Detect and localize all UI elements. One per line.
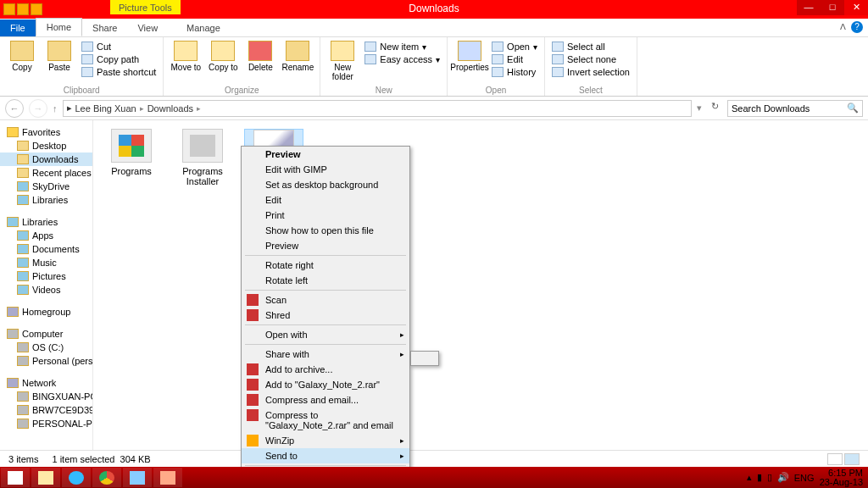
menu-edit[interactable]: Edit [242,192,409,208]
sidebar-item-pictures[interactable]: Pictures [0,269,92,283]
taskbar-app[interactable] [123,468,152,487]
dropdown-icon[interactable]: ▾ [697,103,702,114]
menu-print[interactable]: Print [242,208,409,223]
taskbar-start[interactable] [1,468,30,487]
maximize-button[interactable]: □ [821,0,844,15]
menu-add-archive[interactable]: Add to archive... [242,362,409,377]
rename-button[interactable]: Rename [281,39,314,72]
forward-button[interactable]: → [29,99,47,118]
back-button[interactable]: ← [5,99,24,118]
copy-path-button[interactable]: Copy path [80,53,158,65]
tab-home[interactable]: Home [36,18,82,36]
sidebar-item-net2[interactable]: BRW7CE9D39076E7 [0,403,92,417]
refresh-button[interactable]: ↻ [707,101,722,116]
sidebar-item-documents[interactable]: Documents [0,242,92,256]
menu-gimp[interactable]: Edit with GIMP [242,162,409,177]
menu-share-with[interactable]: Share with▸ [242,347,409,362]
properties-button[interactable]: Properties [453,39,487,72]
search-input[interactable]: Search Downloads🔍 [727,100,863,117]
lang-indicator[interactable]: ENG [794,473,815,483]
network-header[interactable]: Network [0,376,92,390]
history-button[interactable]: History [490,66,539,78]
paste-shortcut-button[interactable]: Paste shortcut [80,66,158,78]
computer-header[interactable]: Computer [0,327,92,341]
menu-winzip[interactable]: WinZip▸ [242,433,409,448]
file-item-installer[interactable]: Programs Installer [173,129,232,186]
new-item-button[interactable]: New item ▾ [363,41,442,53]
new-folder-button[interactable]: New folder [326,39,359,81]
up-button[interactable]: ↑ [53,103,58,114]
easy-access-button[interactable]: Easy access ▾ [363,53,442,65]
battery-icon[interactable]: ▮ [757,472,762,483]
sidebar-item-downloads[interactable]: Downloads [0,152,92,166]
collapse-ribbon-icon[interactable]: ᐱ [840,22,846,31]
file-view[interactable]: Programs Programs Installer Ga [93,120,868,450]
sidebar-item-libraries[interactable]: Libraries [0,193,92,207]
copy-button[interactable]: Copy [5,39,39,72]
tab-manage[interactable]: Manage [176,19,231,36]
menu-rotate-left[interactable]: Rotate left [242,273,409,288]
menu-separator [245,344,406,345]
sidebar-item-skydrive[interactable]: SkyDrive [0,180,92,193]
tab-view[interactable]: View [127,19,168,36]
sidebar-item-net3[interactable]: PERSONAL-PC [0,417,92,430]
move-to-button[interactable]: Move to [169,39,203,72]
network-icon[interactable]: ▯ [767,472,772,483]
libraries-header[interactable]: Libraries [0,215,92,229]
open-button[interactable]: Open ▾ [490,41,539,53]
view-details-button[interactable] [827,453,843,465]
menu-compress-rar[interactable]: Compress to "Galaxy_Note_2.rar" and emai… [242,408,409,433]
sidebar-item-osc[interactable]: OS (C:) [0,341,92,354]
menu-set-background[interactable]: Set as desktop background [242,177,409,192]
close-button[interactable]: ✕ [844,0,868,15]
delete-button[interactable]: Delete [243,39,277,72]
sidebar-item-apps[interactable]: Apps [0,229,92,242]
tab-file[interactable]: File [0,19,36,36]
sidebar-item-desktop[interactable]: Desktop [0,139,92,152]
tray-up-icon[interactable]: ▴ [747,472,752,483]
edit-button[interactable]: Edit [490,53,539,65]
homegroup-header[interactable]: Homegroup [0,305,92,319]
menu-open-with[interactable]: Open with▸ [242,327,409,342]
taskbar-chrome[interactable] [92,468,121,487]
paste-button[interactable]: Paste [42,39,76,72]
selected-info: 1 item selected 304 KB [52,454,150,464]
sidebar-item-recent[interactable]: Recent places [0,166,92,180]
view-thumbnails-button[interactable] [844,453,860,465]
send-to-submenu[interactable] [410,351,439,366]
menu-add-rar[interactable]: Add to "Galaxy_Note_2.rar" [242,377,409,392]
favorites-header[interactable]: Favorites [0,125,92,139]
cut-button[interactable]: Cut [80,41,158,53]
ql-icon[interactable] [3,3,15,15]
picture-tools-tab[interactable]: Picture Tools [110,0,181,14]
sidebar-item-net1[interactable]: BINGXUAN-PC [0,390,92,403]
help-icon[interactable]: ? [851,21,863,33]
menu-how-open[interactable]: Show how to open this file [242,223,409,238]
ql-icon[interactable] [17,3,29,15]
menu-shred[interactable]: Shred [242,308,409,323]
menu-rotate-right[interactable]: Rotate right [242,258,409,273]
file-item-programs[interactable]: Programs [102,129,161,176]
clock[interactable]: 6:15 PM23-Aug-13 [820,469,863,487]
select-none-button[interactable]: Select none [550,53,632,65]
menu-send-to[interactable]: Send to▸ [242,448,409,463]
menu-compress-email[interactable]: Compress and email... [242,392,409,408]
ql-icon[interactable] [31,3,42,15]
copy-to-button[interactable]: Copy to [206,39,240,72]
sidebar-item-videos[interactable]: Videos [0,283,92,297]
taskbar-paint[interactable] [153,468,182,487]
select-all-button[interactable]: Select all [550,41,632,53]
menu-scan[interactable]: Scan [242,292,409,308]
group-label: Open [453,85,539,96]
menu-preview[interactable]: Preview [242,147,409,162]
volume-icon[interactable]: 🔊 [777,472,789,483]
sidebar-item-personal[interactable]: Personal (personal-p [0,354,92,368]
breadcrumb[interactable]: ▸Lee Bing Xuan▸Downloads▸ [63,100,693,117]
taskbar-ie[interactable] [62,468,91,487]
sidebar-item-music[interactable]: Music [0,256,92,269]
invert-selection-button[interactable]: Invert selection [550,66,632,78]
minimize-button[interactable]: — [797,0,821,15]
menu-preview2[interactable]: Preview [242,238,409,253]
taskbar-explorer[interactable] [31,468,60,487]
tab-share[interactable]: Share [82,19,127,36]
